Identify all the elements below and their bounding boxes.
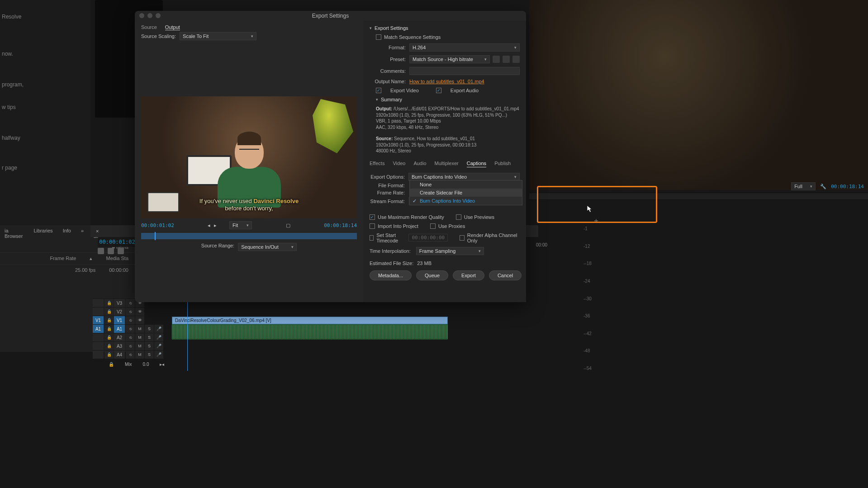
settings-subtabs[interactable]: Effects Video Audio Multiplexer Captions… xyxy=(370,161,520,167)
summary-header[interactable]: Summary xyxy=(376,97,520,102)
solo-button[interactable]: S xyxy=(145,351,154,359)
solo-button[interactable]: S xyxy=(145,325,154,333)
dialog-titlebar[interactable]: Export Settings xyxy=(135,11,526,21)
mix-track[interactable]: 🔒 Mix 0.0 ▸◂ xyxy=(109,362,164,367)
track-row[interactable]: 🔒 A4 ⎋ M S 🎤 xyxy=(93,350,541,359)
track-source-label[interactable] xyxy=(93,342,104,350)
queue-button[interactable]: Queue xyxy=(416,270,448,280)
mic-icon[interactable]: 🎤 xyxy=(154,333,163,341)
subtab-audio[interactable]: Audio xyxy=(413,161,426,167)
mute-button[interactable]: M xyxy=(135,333,144,341)
source-range-dropdown[interactable]: Sequence In/Out xyxy=(238,243,297,251)
export-audio-checkbox[interactable] xyxy=(436,88,441,93)
fit-dropdown[interactable]: Fit xyxy=(229,221,252,229)
preview-transport[interactable]: 00:00:01:02 ◂ ▸ Fit ▢ 00:00:18:14 xyxy=(135,218,363,232)
mute-button[interactable]: M xyxy=(135,325,144,333)
browser-tab[interactable]: Libraries xyxy=(33,228,52,239)
mix-value[interactable]: 0.0 xyxy=(143,362,149,367)
lock-icon[interactable]: 🔒 xyxy=(104,299,114,307)
in-timecode[interactable]: 00:00:01:02 xyxy=(141,223,174,228)
track-target[interactable]: V1 xyxy=(114,316,125,324)
track-target[interactable]: V3 xyxy=(114,299,125,307)
lock-icon[interactable]: 🔒 xyxy=(104,316,114,324)
alpha-only-checkbox[interactable] xyxy=(460,235,465,241)
sync-lock-icon[interactable]: ⎋ xyxy=(126,325,135,333)
preview-scrubber[interactable] xyxy=(141,233,357,239)
track-source-label[interactable] xyxy=(93,299,104,307)
sync-lock-icon[interactable]: ⎋ xyxy=(126,351,135,359)
subtab-video[interactable]: Video xyxy=(393,161,405,167)
eye-icon[interactable]: 👁 xyxy=(135,316,144,324)
overwrite-icon[interactable] xyxy=(108,248,114,254)
timeline-timecode[interactable]: 00:00:01:02 xyxy=(98,237,137,247)
metadata-button[interactable]: Metadata... xyxy=(370,270,412,280)
close-icon[interactable] xyxy=(139,13,144,18)
timeline-clips[interactable]: DaVinciResolveColourGrading_V02_06.mp4 [… xyxy=(172,317,448,340)
sync-lock-icon[interactable]: ⎋ xyxy=(126,342,135,350)
set-start-tc-checkbox[interactable] xyxy=(370,235,374,241)
start-tc-input[interactable]: 00:00:00:00 xyxy=(408,234,448,242)
export-button[interactable]: Export xyxy=(453,270,484,280)
export-settings-header[interactable]: Export Settings xyxy=(370,25,520,31)
program-toolbar[interactable]: Full 🔧 00:00:18:14 xyxy=(529,180,868,193)
mic-icon[interactable]: 🎤 xyxy=(154,351,163,359)
match-sequence-checkbox[interactable] xyxy=(376,34,381,40)
sync-lock-icon[interactable]: ⎋ xyxy=(126,299,135,307)
track-source-label[interactable] xyxy=(93,333,104,341)
scrubber-playhead[interactable] xyxy=(155,232,156,240)
output-name-link[interactable]: How to add subtitles_v01_01.mp4 xyxy=(409,79,520,84)
lock-icon[interactable]: 🔒 xyxy=(104,333,114,341)
dropdown-item-sidecar[interactable]: Create Sidecar File xyxy=(410,189,522,197)
window-traffic-lights[interactable] xyxy=(139,13,161,18)
use-previews-checkbox[interactable] xyxy=(456,214,461,220)
track-target[interactable]: A3 xyxy=(114,342,125,350)
max-quality-checkbox[interactable] xyxy=(370,214,375,220)
use-proxies-checkbox[interactable] xyxy=(430,223,436,229)
out-timecode[interactable]: 00:00:18:14 xyxy=(324,223,357,228)
preview-viewport[interactable]: If you've never used Davinci Resolve bef… xyxy=(141,96,357,218)
browser-row[interactable]: 25.00 fps 00:00:00 xyxy=(0,264,135,275)
col-media[interactable]: Media Sta xyxy=(106,256,128,261)
sync-lock-icon[interactable]: ⎋ xyxy=(126,316,135,324)
solo-button[interactable]: S xyxy=(145,333,154,341)
mic-icon[interactable]: 🎤 xyxy=(154,325,163,333)
minimize-icon[interactable] xyxy=(147,13,152,18)
source-scaling-dropdown[interactable]: Scale To Fit xyxy=(180,32,256,40)
delete-preset-icon[interactable] xyxy=(512,56,520,63)
track-target[interactable]: A1 xyxy=(114,325,125,333)
mute-button[interactable]: M xyxy=(135,351,144,359)
lock-icon[interactable]: 🔒 xyxy=(104,342,114,350)
dropdown-item-none[interactable]: None xyxy=(410,180,522,189)
track-row[interactable]: 🔒 V2 ⎋ 👁 xyxy=(93,307,541,316)
format-dropdown[interactable]: H.264 xyxy=(409,43,520,52)
browser-tab[interactable]: Info xyxy=(63,228,71,239)
extract-icon[interactable] xyxy=(118,248,124,254)
audio-clip[interactable] xyxy=(172,324,448,340)
track-source-label[interactable]: A1 xyxy=(93,325,104,333)
dropdown-item-burn[interactable]: Burn Captions Into Video xyxy=(410,197,522,205)
video-clip[interactable]: DaVinciResolveColourGrading_V02_06.mp4 [… xyxy=(172,317,448,324)
sync-lock-icon[interactable]: ⎋ xyxy=(126,308,135,316)
tab-output[interactable]: Output xyxy=(165,24,180,30)
lock-icon[interactable]: 🔒 xyxy=(104,325,114,333)
sync-lock-icon[interactable]: ⎋ xyxy=(126,333,135,341)
export-options-dropdown-open[interactable]: None Create Sidecar File Burn Captions I… xyxy=(409,180,522,205)
add-effect-icon[interactable]: ＋ xyxy=(593,216,600,226)
timeline-tool-icons[interactable] xyxy=(98,248,124,254)
lock-icon[interactable]: 🔒 xyxy=(104,351,114,359)
subtab-multiplexer[interactable]: Multiplexer xyxy=(435,161,459,167)
track-target[interactable]: A2 xyxy=(114,333,125,341)
preset-dropdown[interactable]: Match Source - High bitrate xyxy=(409,55,490,63)
cancel-button[interactable]: Cancel xyxy=(489,270,522,280)
subtab-effects[interactable]: Effects xyxy=(370,161,384,167)
comments-input[interactable] xyxy=(409,67,520,75)
mic-icon[interactable]: 🎤 xyxy=(154,342,163,350)
mute-button[interactable]: M xyxy=(135,342,144,350)
subtab-publish[interactable]: Publish xyxy=(494,161,511,167)
source-output-tabs[interactable]: Source Output xyxy=(135,21,363,32)
program-ruler[interactable] xyxy=(529,193,868,200)
save-preset-icon[interactable] xyxy=(493,56,500,63)
import-preset-icon[interactable] xyxy=(503,56,510,63)
export-video-checkbox[interactable] xyxy=(376,88,381,93)
track-source-label[interactable] xyxy=(93,351,104,359)
